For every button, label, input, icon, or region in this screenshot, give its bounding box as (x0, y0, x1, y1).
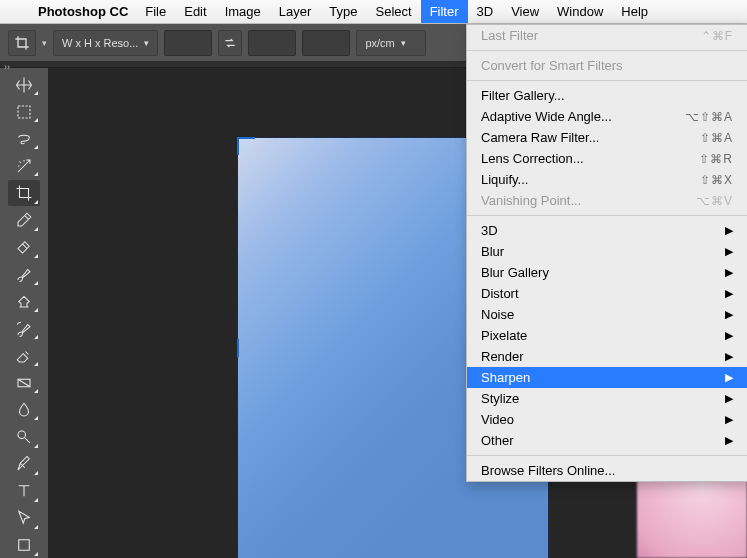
menu-layer[interactable]: Layer (270, 0, 321, 23)
crop-handle-tl[interactable] (237, 137, 255, 155)
filter-item-distort[interactable]: Distort▶ (467, 283, 747, 304)
history-brush-tool[interactable] (8, 316, 40, 341)
filter-item-pixelate[interactable]: Pixelate▶ (467, 325, 747, 346)
gradient-tool[interactable] (8, 370, 40, 395)
shortcut-label: ⇧⌘R (699, 152, 733, 166)
filter-item-blur-gallery[interactable]: Blur Gallery▶ (467, 262, 747, 283)
rectangle-tool[interactable] (8, 533, 40, 558)
tool-rail: ›› (0, 68, 48, 558)
submenu-arrow-icon: ▶ (725, 350, 733, 363)
submenu-arrow-icon: ▶ (725, 308, 733, 321)
shortcut-label: ⇧⌘A (700, 131, 733, 145)
menu-type[interactable]: Type (320, 0, 366, 23)
filter-item-filter-gallery[interactable]: Filter Gallery... (467, 85, 747, 106)
filter-menu-dropdown: Last Filter⌃⌘FConvert for Smart FiltersF… (466, 24, 747, 482)
filter-item-stylize[interactable]: Stylize▶ (467, 388, 747, 409)
ratio-preset-label: W x H x Reso... (62, 37, 138, 49)
shortcut-label: ⌥⌘V (696, 194, 733, 208)
menu-3d[interactable]: 3D (468, 0, 503, 23)
filter-item-blur[interactable]: Blur▶ (467, 241, 747, 262)
crop-handle-ml[interactable] (237, 339, 247, 357)
app-name: Photoshop CC (30, 4, 136, 19)
menu-separator (467, 50, 747, 51)
filter-item-last-filter: Last Filter⌃⌘F (467, 25, 747, 46)
marquee-tool[interactable] (8, 99, 40, 124)
filter-item-camera-raw-filter[interactable]: Camera Raw Filter...⇧⌘A (467, 127, 747, 148)
mac-menubar: Photoshop CC FileEditImageLayerTypeSelec… (0, 0, 747, 24)
height-input[interactable] (248, 30, 296, 56)
filter-item-browse-filters-online[interactable]: Browse Filters Online... (467, 460, 747, 481)
menu-image[interactable]: Image (216, 0, 270, 23)
unit-select[interactable]: px/cm ▾ (356, 30, 426, 56)
menu-edit[interactable]: Edit (175, 0, 215, 23)
menu-window[interactable]: Window (548, 0, 612, 23)
crop-tool-icon[interactable] (8, 30, 36, 56)
shortcut-label: ⇧⌘X (700, 173, 733, 187)
submenu-arrow-icon: ▶ (725, 371, 733, 384)
submenu-arrow-icon: ▶ (725, 245, 733, 258)
blur-tool[interactable] (8, 397, 40, 422)
eyedropper-tool[interactable] (8, 208, 40, 233)
dodge-tool[interactable] (8, 424, 40, 449)
chevron-down-icon: ▾ (144, 38, 149, 48)
svg-rect-0 (18, 106, 30, 118)
filter-item-sharpen[interactable]: Sharpen▶ (467, 367, 747, 388)
menu-help[interactable]: Help (612, 0, 657, 23)
shortcut-label: ⌃⌘F (701, 29, 733, 43)
submenu-arrow-icon: ▶ (725, 392, 733, 405)
filter-item-noise[interactable]: Noise▶ (467, 304, 747, 325)
pen-tool[interactable] (8, 452, 40, 477)
width-input[interactable] (164, 30, 212, 56)
submenu-arrow-icon: ▶ (725, 329, 733, 342)
svg-point-2 (18, 431, 26, 439)
filter-item-adaptive-wide-angle[interactable]: Adaptive Wide Angle...⌥⇧⌘A (467, 106, 747, 127)
filter-item-convert-for-smart-filters: Convert for Smart Filters (467, 55, 747, 76)
menu-separator (467, 215, 747, 216)
submenu-arrow-icon: ▶ (725, 266, 733, 279)
eraser-tool[interactable] (8, 343, 40, 368)
move-tool[interactable] (8, 72, 40, 97)
menu-select[interactable]: Select (366, 0, 420, 23)
resolution-input[interactable] (302, 30, 350, 56)
menu-separator (467, 80, 747, 81)
filter-item-vanishing-point: Vanishing Point...⌥⌘V (467, 190, 747, 211)
clone-stamp-tool[interactable] (8, 289, 40, 314)
filter-item-render[interactable]: Render▶ (467, 346, 747, 367)
filter-item-other[interactable]: Other▶ (467, 430, 747, 451)
unit-label: px/cm (365, 37, 394, 49)
submenu-arrow-icon: ▶ (725, 434, 733, 447)
rail-expand-icon[interactable]: ›› (4, 62, 10, 72)
magic-wand-tool[interactable] (8, 153, 40, 178)
menu-separator (467, 455, 747, 456)
type-tool[interactable] (8, 479, 40, 504)
menu-view[interactable]: View (502, 0, 548, 23)
healing-brush-tool[interactable] (8, 235, 40, 260)
submenu-arrow-icon: ▶ (725, 224, 733, 237)
filter-item-lens-correction[interactable]: Lens Correction...⇧⌘R (467, 148, 747, 169)
chevron-down-icon[interactable]: ▾ (42, 38, 47, 48)
crop-tool[interactable] (8, 180, 40, 205)
ratio-preset-select[interactable]: W x H x Reso... ▾ (53, 30, 158, 56)
filter-item-video[interactable]: Video▶ (467, 409, 747, 430)
menu-filter[interactable]: Filter (421, 0, 468, 23)
submenu-arrow-icon: ▶ (725, 413, 733, 426)
swap-icon[interactable] (218, 30, 242, 56)
lasso-tool[interactable] (8, 126, 40, 151)
submenu-arrow-icon: ▶ (725, 287, 733, 300)
shortcut-label: ⌥⇧⌘A (685, 110, 733, 124)
filter-item-liquify[interactable]: Liquify...⇧⌘X (467, 169, 747, 190)
svg-rect-3 (19, 540, 30, 551)
filter-item-3d[interactable]: 3D▶ (467, 220, 747, 241)
menu-file[interactable]: File (136, 0, 175, 23)
path-selection-tool[interactable] (8, 506, 40, 531)
chevron-down-icon: ▾ (401, 38, 406, 48)
brush-tool[interactable] (8, 262, 40, 287)
